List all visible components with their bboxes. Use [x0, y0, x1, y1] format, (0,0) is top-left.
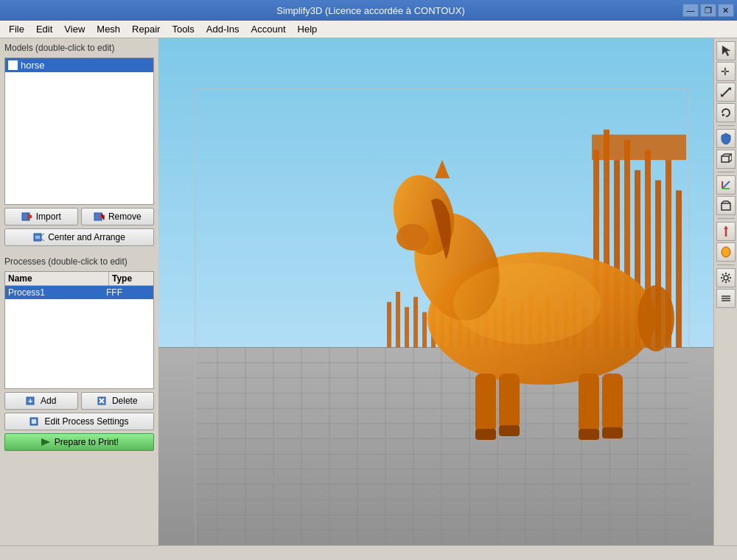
- svg-rect-2: [29, 215, 32, 218]
- gear-icon: [720, 272, 732, 284]
- axis-display-button[interactable]: [716, 175, 736, 195]
- edit-process-row: Edit Process Settings: [4, 413, 154, 430]
- svg-point-127: [723, 248, 729, 256]
- svg-rect-120: [722, 203, 730, 210]
- shield-icon: [720, 133, 732, 144]
- models-label: Models (double-click to edit): [4, 43, 154, 53]
- svg-line-133: [722, 274, 724, 276]
- delete-process-button[interactable]: Delete: [81, 392, 155, 410]
- separator-3: [717, 218, 735, 219]
- process-name: Process1: [8, 287, 106, 298]
- menu-item-mesh[interactable]: Mesh: [91, 22, 126, 36]
- center-arrange-row: Center and Arrange: [4, 228, 154, 246]
- model-icon: [720, 246, 732, 258]
- remove-button[interactable]: Remove: [81, 208, 155, 225]
- move-icon: ✛: [720, 66, 732, 77]
- menu-item-tools[interactable]: Tools: [166, 22, 200, 36]
- svg-rect-67: [422, 312, 427, 348]
- svg-rect-95: [499, 425, 520, 436]
- layers-button[interactable]: [716, 289, 736, 308]
- svg-rect-98: [602, 374, 623, 431]
- svg-point-128: [724, 276, 728, 280]
- import-icon: [21, 211, 33, 222]
- titlebar: Simplify3D (Licence accordée à CONTOUX) …: [0, 0, 737, 21]
- separator-1: [717, 125, 735, 126]
- vertical-axis-button[interactable]: [716, 222, 736, 241]
- canvas-area[interactable]: [158, 38, 713, 545]
- remove-icon: [94, 211, 105, 222]
- svg-line-134: [728, 281, 730, 282]
- settings-button[interactable]: [716, 268, 736, 287]
- add-icon: +: [26, 396, 38, 406]
- minimize-button[interactable]: —: [682, 4, 699, 17]
- model-checkbox[interactable]: ✓: [8, 60, 18, 70]
- svg-rect-97: [579, 429, 599, 440]
- rotate-icon: [720, 107, 732, 119]
- process-item-1[interactable]: Process1 FFF: [5, 286, 153, 299]
- prepare-row: Prepare to Print!: [4, 433, 154, 451]
- perspective-button[interactable]: [716, 196, 736, 215]
- svg-rect-92: [475, 374, 496, 433]
- menu-item-edit[interactable]: Edit: [30, 22, 58, 36]
- header-name: Name: [5, 272, 109, 285]
- svg-text:✛: ✛: [721, 66, 730, 77]
- view-mode-button[interactable]: [716, 129, 736, 148]
- svg-point-91: [453, 263, 601, 344]
- bounds-button[interactable]: [716, 150, 736, 169]
- prepare-icon: [40, 437, 52, 447]
- prepare-button[interactable]: Prepare to Print!: [4, 433, 154, 451]
- separator-4: [717, 265, 735, 265]
- svg-rect-66: [413, 297, 418, 348]
- statusbar: [0, 545, 737, 560]
- select-tool-button[interactable]: [716, 41, 736, 60]
- main-content: Models (double-click to edit) ✓ horse Im…: [0, 38, 737, 545]
- svg-rect-64: [396, 292, 400, 348]
- menu-item-repair[interactable]: Repair: [126, 22, 166, 36]
- svg-rect-111: [722, 156, 729, 162]
- model-name: horse: [21, 60, 45, 71]
- viewport-svg: [158, 38, 713, 545]
- svg-point-100: [638, 285, 674, 351]
- menu-item-add-ins[interactable]: Add-Ins: [200, 22, 245, 36]
- process-type: FFF: [106, 287, 150, 298]
- close-button[interactable]: ✕: [718, 4, 734, 17]
- scale-tool-button[interactable]: [716, 83, 736, 102]
- model-view-button[interactable]: [716, 242, 736, 262]
- right-toolbar: ✛: [713, 38, 737, 545]
- move-tool-button[interactable]: ✛: [716, 62, 736, 81]
- svg-rect-7: [35, 236, 40, 239]
- svg-line-107: [722, 88, 730, 97]
- viewport: [158, 38, 713, 545]
- svg-rect-94: [499, 374, 520, 429]
- svg-rect-62: [592, 135, 686, 160]
- svg-rect-93: [475, 429, 496, 440]
- svg-text:+: +: [28, 396, 32, 405]
- svg-line-136: [722, 281, 724, 282]
- restore-button[interactable]: ❐: [700, 4, 716, 17]
- menu-item-help[interactable]: Help: [292, 22, 324, 36]
- center-arrange-button[interactable]: Center and Arrange: [4, 228, 154, 246]
- edit-process-button[interactable]: Edit Process Settings: [4, 413, 154, 430]
- svg-line-8: [41, 234, 44, 236]
- models-list: ✓ horse: [4, 57, 154, 205]
- arrange-icon: [33, 232, 45, 242]
- menu-item-file[interactable]: File: [3, 22, 30, 36]
- import-button[interactable]: Import: [4, 208, 78, 225]
- titlebar-controls: — ❐ ✕: [682, 4, 734, 17]
- menu-item-account[interactable]: Account: [245, 22, 292, 36]
- vertical-axis-icon: [720, 225, 732, 237]
- svg-line-135: [728, 274, 730, 276]
- add-process-button[interactable]: + Add: [4, 392, 78, 410]
- scale-icon: [720, 86, 732, 98]
- menu-item-view[interactable]: View: [58, 22, 91, 36]
- box-icon: [720, 153, 732, 165]
- menubar: FileEditViewMeshRepairToolsAdd-InsAccoun…: [0, 21, 737, 38]
- model-item-horse[interactable]: ✓ horse: [5, 58, 153, 72]
- svg-rect-65: [405, 307, 409, 348]
- rotate-tool-button[interactable]: [716, 103, 736, 122]
- axis-icon: [720, 179, 732, 191]
- svg-marker-125: [724, 226, 728, 229]
- edit-process-icon: [29, 416, 41, 427]
- svg-rect-22: [158, 348, 713, 545]
- svg-line-9: [41, 239, 44, 241]
